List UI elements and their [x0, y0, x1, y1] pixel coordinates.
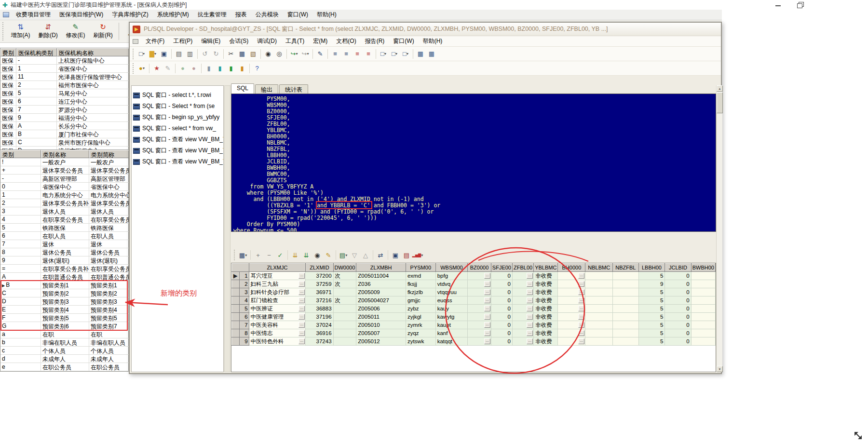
grid-cell[interactable]: kauy — [435, 305, 467, 313]
grid-cell[interactable]: zymrk — [406, 321, 435, 329]
grid-cell[interactable]: Z005006 — [356, 305, 406, 313]
grid-cell[interactable]: 非收费 — [534, 305, 558, 313]
grid-column-header[interactable]: BWBH00 — [691, 264, 715, 272]
new-window-icon[interactable]: □▾ — [389, 49, 400, 59]
grid-cell[interactable]: 妇科三九贴... — [249, 280, 306, 288]
grid-cell[interactable] — [585, 337, 613, 346]
grid-cell[interactable]: 0 — [665, 280, 691, 288]
undo-icon[interactable]: ↺ — [200, 49, 210, 59]
filter-data-icon[interactable]: ⇊ — [301, 250, 312, 260]
cut-icon[interactable]: ✂ — [226, 49, 236, 59]
app-menu-item[interactable]: 公共模块 — [251, 10, 283, 20]
grid-cell[interactable] — [691, 280, 715, 288]
toolbar-drag-handle[interactable] — [132, 49, 135, 59]
grid-cell[interactable] — [585, 272, 613, 280]
column-header[interactable]: 费别 — [0, 48, 16, 56]
tab-statistics[interactable]: 统计表 — [279, 84, 308, 94]
grid-cell[interactable] — [613, 296, 638, 305]
grid-column-header[interactable]: NBZFBL — [613, 264, 638, 272]
grid-cell[interactable]: 0 — [491, 305, 512, 313]
table-row[interactable]: =在职享受公务员补在职享受公务员 — [0, 265, 128, 273]
grid-row[interactable]: 8中医情志...36916Z005007zyqzkanf...0...非收费..… — [232, 329, 716, 337]
grid-selector-icon[interactable]: ▦▾ — [238, 250, 248, 260]
grid-cell[interactable]: ... — [558, 272, 585, 280]
grid-cell[interactable] — [333, 337, 356, 346]
grid-cell[interactable]: kawytg — [435, 313, 467, 321]
ellipsis-button[interactable]: ... — [527, 281, 533, 287]
grid-cell[interactable]: Z005012 — [356, 337, 406, 346]
plsql-menu-item[interactable]: 工程(P) — [169, 36, 197, 46]
table-row[interactable]: ▶B预留类别1预留类别1 — [0, 281, 128, 289]
table-row[interactable]: 医保-上杭医疗保险中心 — [0, 56, 128, 65]
vertical-scrollbar[interactable]: ▲ ▼ — [716, 85, 722, 372]
table-row[interactable]: 医保1省医保中心 — [0, 65, 128, 73]
rollback-icon[interactable]: ● — [189, 63, 199, 74]
export-data-icon[interactable]: ▤▾ — [338, 250, 349, 260]
sql-window-list-item[interactable]: SQL 窗口 - begin sp_ys_ybfyy — [132, 112, 223, 123]
grid-cell[interactable]: 0 — [665, 329, 691, 337]
grid-cell[interactable]: 37024 — [306, 321, 333, 329]
grid-cell[interactable]: 5 — [638, 296, 665, 305]
plsql-menu-item[interactable]: 编辑(E) — [197, 36, 225, 46]
grid-cell[interactable]: 非收费 — [534, 280, 558, 288]
table-row[interactable]: 医保2福州市医保中心 — [0, 81, 128, 89]
grid-row[interactable]: 6中医健康管理...37196Z005011zyjkglkawytg...0..… — [232, 313, 716, 321]
session-2-icon[interactable]: ▮ — [215, 63, 225, 74]
copy-icon[interactable]: ▦ — [237, 49, 247, 59]
print-setup-icon[interactable]: ▥ — [185, 49, 195, 59]
table-row[interactable]: 医保B厦门市社保中心 — [0, 130, 128, 138]
ellipsis-button[interactable]: ... — [484, 297, 490, 303]
table-row[interactable]: -高新区管理部高新区管理部 — [0, 175, 128, 183]
plsql-titlebar[interactable]: PL/SQL Developer - SD_hospital@GYT_ZS - … — [130, 23, 721, 36]
plsql-menu-item[interactable]: 文档(O) — [332, 36, 360, 46]
print-results-icon[interactable]: ▤ — [401, 250, 412, 260]
grid-column-header[interactable]: ZFBL00 — [513, 264, 534, 272]
grid-column-header[interactable]: ZLXMBH — [356, 264, 406, 272]
grid-cell[interactable]: 0 — [665, 337, 691, 346]
grid-cell[interactable]: Z005010 — [356, 321, 406, 329]
unindent-icon[interactable]: ≡ — [341, 49, 352, 59]
app-menu-item[interactable]: 抗生素管理 — [193, 10, 231, 20]
ellipsis-button[interactable]: ... — [298, 289, 305, 295]
grid-cell[interactable]: zyjkgl — [406, 313, 435, 321]
grid-cell[interactable] — [691, 329, 715, 337]
grid-cell[interactable]: 妇科针灸诊疗部... — [249, 288, 306, 296]
grid-cell[interactable] — [585, 296, 613, 305]
grid-cell[interactable]: 36883 — [306, 305, 333, 313]
ellipsis-button[interactable]: ... — [298, 281, 305, 287]
window-list-icon[interactable]: □▾ — [378, 49, 389, 59]
grid-column-header[interactable]: YBLBMC — [534, 264, 558, 272]
grid-cell[interactable]: Z005004027 — [356, 296, 406, 305]
ellipsis-button[interactable]: ... — [527, 297, 533, 303]
grid-cell[interactable]: bpfg — [435, 272, 467, 280]
grid-cell[interactable]: 耳穴埋豆... — [249, 272, 306, 280]
plsql-menu-item[interactable]: 报告(R) — [361, 36, 389, 46]
sql-window-list-item[interactable]: SQL 窗口 - 查看 view VW_BM_Y — [132, 156, 223, 167]
grid-cell[interactable]: 中医健康管理... — [249, 313, 306, 321]
column-header[interactable]: 类别简称 — [89, 150, 129, 158]
plsql-menu-item[interactable]: 会话(S) — [225, 36, 253, 46]
comment-icon[interactable]: ≡ — [352, 49, 363, 59]
redo-icon[interactable]: ↻ — [211, 49, 221, 59]
ellipsis-button[interactable]: ... — [298, 306, 305, 311]
grid-cell[interactable]: 9 — [638, 280, 665, 288]
edit-marker-icon[interactable]: ✎ — [323, 250, 334, 260]
grid-cell[interactable]: 0 — [665, 296, 691, 305]
app-menu-item[interactable]: 系统维护(M) — [153, 10, 193, 20]
table-row[interactable]: 4在职享受公务员在职享受公务员 — [0, 215, 128, 224]
table-row[interactable]: c个体人员个体人员 — [0, 347, 128, 355]
grid-cell[interactable]: 0 — [491, 313, 512, 321]
grid-cell[interactable]: zybz — [406, 305, 435, 313]
table-row[interactable]: 8退休公务员退休公务员 — [0, 248, 128, 256]
sql-window-list-item[interactable]: SQL 窗口 - Select * from (se — [132, 101, 223, 112]
grid-cell[interactable]: 非收费 — [534, 337, 558, 346]
grid-cell[interactable] — [691, 272, 715, 280]
grid-cell[interactable]: ... — [513, 288, 534, 296]
add-button[interactable]: ⇅增加(A) — [7, 21, 34, 42]
print-icon[interactable]: ▤ — [174, 49, 184, 59]
grid-column-header[interactable]: SFJE00 — [491, 264, 512, 272]
grid-cell[interactable] — [613, 288, 638, 296]
plsql-menu-item[interactable]: 帮助(H) — [419, 36, 447, 46]
grid-cell[interactable] — [585, 313, 613, 321]
grid-cell[interactable]: ... — [558, 296, 585, 305]
